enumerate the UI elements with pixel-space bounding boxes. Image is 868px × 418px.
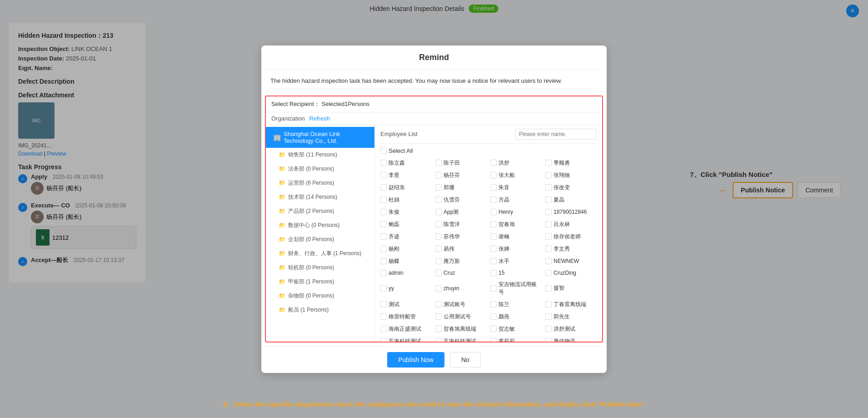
org-item-misc[interactable]: 📁 杂物部 (0 Persons) (266, 289, 374, 303)
employee-checkbox[interactable] (490, 285, 497, 292)
employee-checkbox[interactable] (545, 246, 552, 252)
employee-checkbox[interactable] (545, 221, 552, 227)
employee-search-input[interactable] (515, 129, 597, 140)
modal-footer: Publish Now No (261, 346, 607, 373)
employee-checkbox[interactable] (490, 209, 497, 215)
employee-checkbox[interactable] (435, 301, 442, 307)
employee-item: 互海科技测试 (435, 336, 487, 342)
employee-checkbox[interactable] (435, 184, 442, 191)
employee-checkbox[interactable] (380, 338, 387, 342)
employee-checkbox[interactable] (545, 270, 552, 276)
employee-checkbox[interactable] (380, 160, 387, 166)
employee-checkbox[interactable] (380, 326, 387, 332)
employee-checkbox[interactable] (490, 258, 497, 264)
employee-item: 18790012846 (545, 207, 597, 217)
employee-checkbox[interactable] (380, 285, 387, 292)
employee-item: 15 (490, 268, 542, 277)
employee-item: 黄莉莉 (490, 336, 542, 342)
employee-checkbox[interactable] (380, 209, 387, 215)
employee-checkbox[interactable] (490, 221, 497, 227)
employee-checkbox[interactable] (490, 172, 497, 178)
employee-checkbox[interactable] (435, 338, 442, 342)
employee-checkbox[interactable] (435, 233, 442, 240)
employee-checkbox[interactable] (435, 196, 442, 203)
employee-checkbox[interactable] (435, 326, 442, 332)
employee-checkbox[interactable] (380, 196, 387, 203)
employee-item: 杨蝶 (380, 256, 432, 267)
employee-checkbox[interactable] (545, 184, 552, 191)
employee-checkbox[interactable] (490, 233, 497, 240)
employee-checkbox[interactable] (490, 270, 497, 276)
org-tree[interactable]: 🏢 Shanghai Ocean Link Technology Co., Lt… (266, 125, 375, 342)
org-item-datacenter[interactable]: 📁 数据中心 (0 Persons) (266, 218, 374, 232)
employee-checkbox[interactable] (490, 301, 497, 307)
employee-item: 郑珊 (435, 182, 487, 193)
employee-checkbox[interactable] (545, 160, 552, 166)
employee-checkbox[interactable] (545, 233, 552, 240)
employee-checkbox[interactable] (380, 258, 387, 264)
employee-item: 援智 (545, 279, 597, 297)
employee-checkbox[interactable] (545, 172, 552, 178)
employee-checkbox[interactable] (380, 301, 387, 307)
org-icon: 🏢 (273, 134, 281, 141)
folder-icon-2: 📁 (279, 166, 285, 172)
employee-checkbox[interactable] (380, 233, 387, 240)
org-item-legal[interactable]: 📁 法务部 (0 Persons) (266, 162, 374, 176)
employee-checkbox[interactable] (545, 258, 552, 264)
employee-checkbox[interactable] (545, 326, 552, 332)
modal-overlay: Remind The hidden hazard inspection task… (0, 0, 868, 418)
employee-checkbox[interactable] (380, 172, 387, 178)
employee-checkbox[interactable] (490, 160, 497, 166)
employee-checkbox[interactable] (435, 160, 442, 166)
org-item-tech[interactable]: 📁 技术部 (14 Persons) (266, 190, 374, 204)
employee-item: 互海科技测试 (380, 336, 432, 342)
employee-checkbox[interactable] (490, 184, 497, 191)
employee-checkbox[interactable] (380, 313, 387, 320)
employee-checkbox[interactable] (545, 338, 552, 342)
org-item-sales[interactable]: 📁 销售部 (11 Persons) (266, 148, 374, 162)
org-item-root[interactable]: 🏢 Shanghai Ocean Link Technology Co., Lt… (266, 127, 374, 148)
modal-title: Remind (261, 45, 607, 70)
no-button[interactable]: No (450, 352, 481, 368)
employee-checkbox[interactable] (435, 172, 442, 178)
employee-checkbox[interactable] (545, 313, 552, 320)
org-item-planning[interactable]: 📁 企划部 (0 Persons) (266, 232, 374, 247)
org-item-finance[interactable]: 📁 财务、行政、人事 (1 Persons) (266, 247, 374, 261)
remind-modal: Remind The hidden hazard inspection task… (261, 45, 607, 373)
org-item-engine[interactable]: 📁 轮机部 (0 Persons) (266, 261, 374, 275)
employee-checkbox[interactable] (435, 313, 442, 320)
employee-checkbox[interactable] (435, 221, 442, 227)
refresh-link[interactable]: Refresh (309, 115, 330, 122)
org-item-crew[interactable]: 📁 船员 (1 Persons) (266, 303, 374, 317)
employee-item: 惠佳物流 (545, 336, 597, 342)
employee-checkbox[interactable] (435, 246, 442, 252)
employee-item: 李昱 (380, 170, 432, 181)
employee-checkbox[interactable] (545, 285, 552, 292)
employee-checkbox[interactable] (545, 196, 552, 203)
folder-icon-12: 📁 (279, 307, 285, 313)
employee-item: 鲍磊 (380, 219, 432, 230)
employee-checkbox[interactable] (435, 258, 442, 264)
employee-checkbox[interactable] (435, 270, 442, 276)
employee-checkbox[interactable] (490, 338, 497, 342)
publish-now-button[interactable]: Publish Now (387, 352, 444, 368)
employee-checkbox[interactable] (545, 301, 552, 307)
employee-checkbox[interactable] (490, 196, 497, 203)
org-item-ops[interactable]: 📁 运营部 (6 Persons) (266, 176, 374, 190)
employee-item: 易伟 (435, 244, 487, 254)
employee-checkbox[interactable] (380, 221, 387, 227)
org-item-deck[interactable]: 📁 甲板部 (1 Persons) (266, 275, 374, 289)
employee-checkbox[interactable] (380, 184, 387, 191)
employee-checkbox[interactable] (435, 209, 442, 215)
modal-body: Select Recipient： Selected1Persons Organ… (265, 96, 603, 342)
employee-item: 洪舒 (490, 158, 542, 168)
employee-checkbox[interactable] (490, 326, 497, 332)
employee-checkbox[interactable] (490, 313, 497, 320)
select-all-checkbox[interactable] (380, 147, 387, 154)
employee-checkbox[interactable] (435, 285, 442, 292)
org-item-product[interactable]: 📁 产品部 (2 Persons) (266, 204, 374, 218)
employee-checkbox[interactable] (490, 246, 497, 252)
employee-checkbox[interactable] (545, 209, 552, 215)
employee-checkbox[interactable] (380, 246, 387, 252)
employee-checkbox[interactable] (380, 270, 387, 276)
